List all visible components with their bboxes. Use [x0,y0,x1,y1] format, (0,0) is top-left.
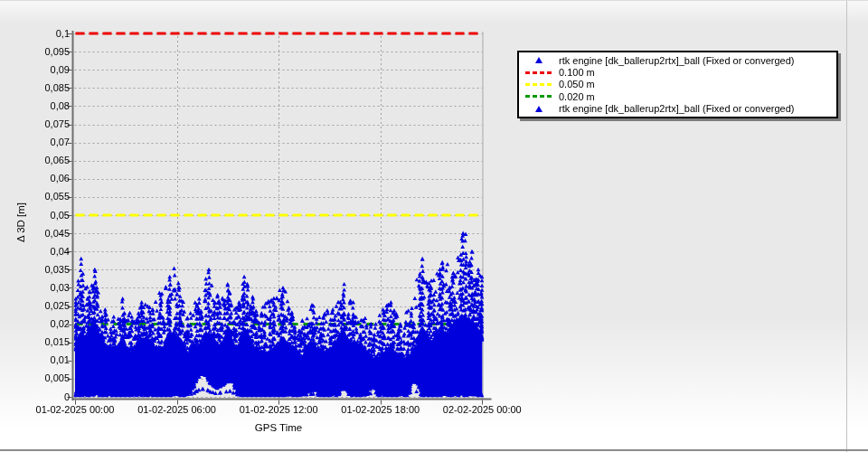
window-bottom-edge [0,449,868,451]
legend-item-3: 0.050 m [519,79,836,90]
legend-item-4: 0.020 m [519,90,836,102]
y-tick-label: 0,025 [15,300,70,311]
x-tick-label: 02-02-2025 00:00 [432,404,532,415]
legend-item-5: rtk engine [dk_ballerup2rtx]_ball (Fixed… [519,103,836,115]
legend-item-1: rtk engine [dk_ballerup2rtx]_ball (Fixed… [519,54,836,66]
rtk-delta3d-chart-window: Δ 3D [m] GPS Time 00,0050,010,0150,020,0… [0,0,868,452]
dashed-line-marker-icon [525,95,552,98]
legend-label: rtk engine [dk_ballerup2rtx]_ball (Fixed… [559,103,794,114]
y-tick-label: 0,085 [15,82,70,93]
y-tick-label: 0,03 [15,282,70,293]
y-tick-label: 0,01 [15,354,70,365]
y-tick-label: 0,065 [15,155,70,165]
x-tick-label: 01-02-2025 12:00 [229,404,328,415]
y-tick-label: 0,1 [15,28,70,39]
legend-label: 0.100 m [559,67,595,78]
y-tick-label: 0,045 [15,228,70,239]
triangle-marker-icon [535,106,542,112]
x-tick-label: 01-02-2025 18:00 [331,404,430,415]
x-tick-label: 01-02-2025 00:00 [25,404,125,415]
y-tick-label: 0,08 [15,100,70,111]
panel-divider [846,1,847,452]
y-tick-label: 0,035 [15,264,70,275]
y-tick-label: 0 [15,391,70,402]
y-tick-label: 0,005 [15,372,70,383]
legend-label: 0.050 m [559,79,595,89]
y-tick-label: 0,055 [15,191,70,202]
y-tick-label: 0,07 [15,137,70,147]
dashed-line-marker-icon [525,71,552,74]
y-tick-label: 0,05 [15,210,70,221]
legend-label: rtk engine [dk_ballerup2rtx]_ball (Fixed… [559,55,794,66]
x-tick-label: 01-02-2025 06:00 [127,404,227,415]
y-tick-label: 0,095 [15,46,70,57]
y-tick-label: 0,04 [15,246,70,257]
y-tick-label: 0,015 [15,336,70,347]
y-tick-label: 0,075 [15,118,70,129]
x-axis-title: GPS Time [233,422,324,433]
legend-label: 0.020 m [559,91,595,102]
y-tick-label: 0,06 [15,173,70,184]
legend-box: rtk engine [dk_ballerup2rtx]_ball (Fixed… [517,51,838,118]
triangle-marker-icon [535,57,542,63]
y-tick-label: 0,02 [15,318,70,329]
y-tick-label: 0,09 [15,64,70,75]
legend-item-2: 0.100 m [519,66,836,78]
dashed-line-marker-icon [525,83,552,86]
